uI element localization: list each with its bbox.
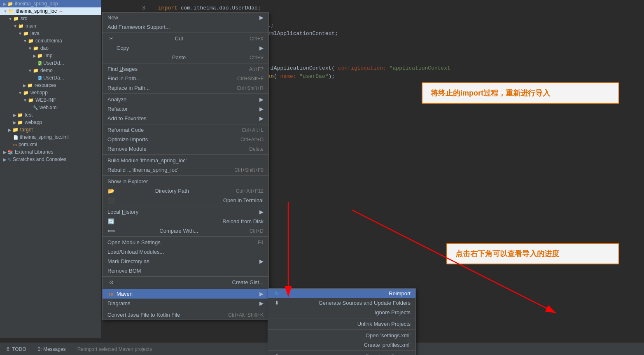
- menu-item-replace-in-path[interactable]: Replace in Path... Ctrl+Shift+R: [103, 83, 268, 93]
- menu-item-diagrams[interactable]: Diagrams ▶: [103, 299, 268, 308]
- tree-item-impl[interactable]: ▶ 📁 impl: [0, 52, 101, 59]
- menu-item-build-module[interactable]: Build Module 'itheima_spring_ioc': [103, 156, 268, 165]
- tree-item-scratches[interactable]: ▶ ✎ Scratches and Consoles: [0, 156, 101, 163]
- submenu-item-unlink[interactable]: Unlink Maven Projects: [268, 319, 415, 329]
- menu-item-convert-kotlin[interactable]: Convert Java File to Kotlin File Ctrl+Al…: [103, 310, 268, 320]
- tree-label: Scratches and Consoles: [13, 156, 66, 162]
- menu-item-find-usages[interactable]: Find Usages Alt+F7: [103, 64, 268, 74]
- expand-icon: ▼: [23, 98, 27, 103]
- menu-item-label: Mark Directory as: [107, 258, 149, 264]
- menu-item-new[interactable]: New ▶: [103, 13, 268, 22]
- submenu-item-download-sources[interactable]: ⬇ Download Sources: [268, 352, 415, 355]
- menu-item-label: Build Module 'itheima_spring_ioc': [107, 157, 187, 163]
- menu-item-load-unload[interactable]: Load/Unload Modules...: [103, 247, 268, 257]
- tree-item-dao[interactable]: ▼ 📁 dao: [0, 44, 101, 52]
- submenu-item-ignore[interactable]: Ignore Projects: [268, 308, 415, 317]
- maven-icon: m: [13, 142, 17, 147]
- project-tree: ▶ 📁 itheima_spring_aop ▼ 📁 itheima_sprin…: [0, 0, 101, 338]
- menu-item-show-explorer[interactable]: Show in Explorer: [103, 177, 268, 186]
- menu-item-add-favorites[interactable]: Add to Favorites ▶: [103, 114, 268, 123]
- tree-item-resources[interactable]: ▶ 📁 resources: [0, 82, 101, 89]
- menu-item-rebuild-module[interactable]: Rebuild ...'itheima_spring_ioc' Ctrl+Shi…: [103, 165, 268, 175]
- submenu-separator-2: [268, 329, 415, 330]
- tree-item-test[interactable]: ▶ 📁 test: [0, 111, 101, 119]
- menu-item-remove-module[interactable]: Remove Module Delete: [103, 144, 268, 154]
- menu-separator-11: [103, 309, 268, 309]
- menu-item-compare[interactable]: ⟺ Compare With... Ctrl+D: [103, 226, 268, 236]
- menu-item-open-terminal[interactable]: ⬛ Open in Terminal: [103, 196, 268, 205]
- menu-item-directory-path[interactable]: 📂 Directory Path Ctrl+Alt+F12: [103, 186, 268, 196]
- submenu-item-generate[interactable]: ⬇ Generate Sources and Update Folders: [268, 298, 415, 308]
- menu-separator-10: [103, 288, 268, 288]
- submenu-item-reimport[interactable]: ↻ Reimport: [268, 289, 415, 298]
- menu-item-remove-bom[interactable]: Remove BOM: [103, 266, 268, 276]
- menu-item-copy[interactable]: Copy ▶: [103, 43, 268, 53]
- menu-item-paste[interactable]: Paste Ctrl+V: [103, 53, 268, 62]
- menu-item-add-framework[interactable]: Add Framework Support...: [103, 22, 268, 32]
- folder-icon: 📁: [28, 98, 34, 103]
- menu-item-label: Add to Favorites: [107, 115, 147, 121]
- menu-item-analyze[interactable]: Analyze ▶: [103, 95, 268, 104]
- tree-item-webapp2[interactable]: ▶ 📁 webapp: [0, 119, 101, 126]
- tree-item-pom[interactable]: m pom.xml: [0, 141, 101, 148]
- menu-item-optimize-imports[interactable]: Optimize Imports Ctrl+Alt+O: [103, 135, 268, 144]
- menu-item-create-gist[interactable]: ⊙ Create Gist...: [103, 278, 268, 287]
- folder-icon: 📁: [23, 90, 29, 96]
- tree-label: webapp: [25, 119, 42, 125]
- tree-item-main[interactable]: ▼ 📁 main: [0, 22, 101, 30]
- expand-icon: ▶: [23, 83, 26, 88]
- menu-item-label: Replace in Path...: [107, 85, 150, 91]
- menu-item-module-settings[interactable]: Open Module Settings F4: [103, 238, 268, 247]
- tree-label: pom.xml: [19, 142, 37, 147]
- generate-icon: ⬇: [273, 300, 280, 306]
- bottom-tab-todo[interactable]: 6: TODO: [3, 346, 30, 353]
- menu-item-refactor[interactable]: Refactor ▶: [103, 104, 268, 114]
- submenu-item-open-settings[interactable]: Open 'settings.xml': [268, 331, 415, 340]
- tree-item-external[interactable]: ▶ 📚 External Libraries: [0, 148, 101, 156]
- shortcut-label: F4: [258, 240, 264, 245]
- submenu-arrow-icon: ▶: [255, 45, 264, 51]
- tree-item-aop[interactable]: ▶ 📁 itheima_spring_aop: [0, 0, 101, 7]
- tree-item-webapp[interactable]: ▼ 📁 webapp: [0, 89, 101, 96]
- tree-item-userdao-file[interactable]: J UserDd...: [0, 59, 101, 67]
- menu-item-label: Remove BOM: [107, 268, 141, 274]
- tree-item-webinf[interactable]: ▼ 📁 WEB-INF: [0, 96, 101, 104]
- expand-icon: ▶: [13, 120, 16, 125]
- menu-item-maven[interactable]: m Maven ▶: [103, 289, 268, 299]
- folder-icon: 📁: [37, 53, 43, 58]
- folder-icon: 📁: [17, 120, 23, 125]
- tree-label: impl: [44, 53, 54, 58]
- menu-item-find-in-path[interactable]: Find in Path... Ctrl+Shift+F: [103, 74, 268, 83]
- tree-item-iml[interactable]: 📄 itheima_spring_ioc.iml: [0, 133, 101, 141]
- menu-item-mark-dir[interactable]: Mark Directory as ▶: [103, 257, 268, 266]
- maven-submenu: ↻ Reimport ⬇ Generate Sources and Update…: [268, 288, 416, 355]
- submenu-item-label: Unlink Maven Projects: [357, 321, 411, 327]
- bottom-tab-messages[interactable]: 0: Messages: [35, 346, 69, 353]
- menu-separator-5: [103, 154, 268, 155]
- shortcut-label: Ctrl+V: [250, 55, 264, 61]
- tree-item-com[interactable]: ▼ 📁 com.itheima: [0, 37, 101, 44]
- submenu-arrow-icon: ▶: [255, 96, 264, 103]
- shortcut-label: Ctrl+D: [250, 228, 264, 234]
- folder-icon: 📁: [33, 68, 39, 73]
- tree-item-webxml[interactable]: 🔧 web.xml: [0, 104, 101, 111]
- menu-item-reformat[interactable]: Reformat Code Ctrl+Alt+L: [103, 125, 268, 135]
- submenu-item-create-profiles[interactable]: Create 'profiles.xml': [268, 340, 415, 350]
- tree-label: itheima_spring_ioc: [16, 8, 57, 14]
- expand-icon: ▼: [18, 31, 22, 36]
- menu-item-reload[interactable]: 🔄 Reload from Disk: [103, 217, 268, 226]
- tree-item-target[interactable]: ▶ 📁 target: [0, 126, 101, 133]
- menu-separator-6: [103, 175, 268, 176]
- menu-item-cut[interactable]: ✂ Cut Ctrl+X: [103, 34, 268, 43]
- submenu-item-label: Generate Sources and Update Folders: [319, 300, 411, 306]
- tree-item-ioc[interactable]: ▼ 📁 itheima_spring_ioc →: [0, 7, 101, 15]
- expand-icon: ▶: [3, 150, 7, 154]
- tree-item-userda-file[interactable]: J UserDa...: [0, 74, 101, 82]
- folder-icon: 📁: [27, 83, 33, 88]
- xml-icon: 🔧: [33, 105, 38, 110]
- folder-icon: 📁: [7, 1, 13, 7]
- tree-item-demo[interactable]: ▼ 📁 demo: [0, 67, 101, 74]
- tree-item-java[interactable]: ▼ 📁 java: [0, 30, 101, 37]
- tree-item-src[interactable]: ▼ 📁 src: [0, 15, 101, 22]
- menu-item-local-history[interactable]: Local History ▶: [103, 207, 268, 217]
